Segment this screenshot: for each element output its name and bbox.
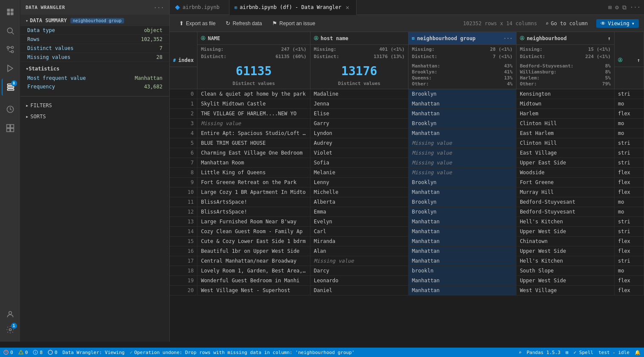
svg-rect-11 [7, 86, 14, 88]
tab-bar-settings-icon[interactable]: ⚙ [615, 4, 618, 11]
tab-bar-grid-icon[interactable]: ⊞ [608, 4, 612, 11]
tab-bar-layout-icon[interactable]: ⧉ [622, 4, 627, 11]
activity-settings[interactable]: 1 [2, 321, 19, 338]
sorts-collapse[interactable]: ▸ SORTS [26, 112, 164, 121]
col-options-ng[interactable]: ··· [503, 35, 513, 41]
bell-icon[interactable]: 🔔 [635, 350, 641, 355]
table-row[interactable]: 5BLUE TRIM GUEST HOUSEAudreyMissing valu… [170, 138, 644, 148]
status-info[interactable]: 8 [33, 350, 43, 355]
report-button[interactable]: ⚑ Report an issue [268, 18, 319, 28]
col-type-host-icon: Ⓐ [314, 35, 318, 41]
activity-data-wrangler[interactable]: 8 [2, 79, 19, 96]
host-distinct-key: Distinct: [314, 53, 339, 61]
table-icon-status[interactable]: ⊞ [566, 350, 569, 355]
tab-airbnb-ipynb[interactable]: 🔷 airbnb.ipynb [170, 0, 229, 15]
data-type-val: object [144, 27, 162, 33]
cell-extra: stri [614, 158, 644, 168]
export-button[interactable]: ⬆ Export as file [175, 18, 220, 28]
table-row[interactable]: 15Cute & Cozy Lower East Side 1 bdrmMira… [170, 237, 644, 246]
table-row[interactable]: 6Charming East Village One BedroomViolet… [170, 148, 644, 158]
table-row[interactable]: 1Skylit Midtown CastleJennaManhattanMidt… [170, 99, 644, 109]
ng-missing-val: 28 (<1%) [490, 46, 513, 53]
table-row[interactable]: 9Fort Greene Retreat on the ParkLennyBro… [170, 178, 644, 187]
activity-badge: 8 [11, 80, 17, 86]
svg-marker-23 [19, 350, 23, 354]
activity-source-control[interactable] [2, 41, 19, 58]
cell-nb: Clinton Hill [516, 119, 614, 129]
table-row[interactable]: 3Missing valueGarryBrooklynClinton Hillm… [170, 119, 644, 129]
data-type-row: Data type object [20, 26, 169, 35]
table-row[interactable]: 17Central Manhattan/near BroadwayMissing… [170, 256, 644, 266]
status-no-tests[interactable]: 0 [48, 350, 58, 355]
status-warnings[interactable]: 0 [18, 350, 28, 355]
filters-arrow: ▸ [26, 102, 29, 108]
activity-run[interactable] [2, 60, 19, 77]
activity-extensions[interactable] [2, 120, 19, 137]
viewing-button[interactable]: 👁 Viewing ▾ [596, 19, 639, 28]
table-row[interactable]: 11BlissArtsSpace!AlbertaBrooklynBedford-… [170, 197, 644, 207]
cell-nb: Chinatown [516, 237, 614, 246]
side-panel-more[interactable]: ··· [154, 4, 164, 11]
col-header-extra[interactable]: Ⓐ ↑ [614, 32, 644, 89]
cell-nb: Upper East Side [516, 158, 614, 168]
cell-extra: flex [614, 276, 644, 286]
tab-airbnb-df[interactable]: ⊞ airbnb.ipynb (df) - Data Wrangler ✕ [229, 0, 357, 15]
cell-nb: Bedford-Stuyvesant [516, 197, 614, 207]
table-row[interactable]: 14Cozy Clean Guest Room - Family ApCarlM… [170, 227, 644, 237]
activity-history[interactable] [2, 101, 19, 118]
summary-rows: Data type object Rows 102,352 Distinct v… [20, 26, 169, 62]
spell-status[interactable]: ✓ Spell [574, 350, 593, 355]
table-row[interactable]: 10Large Cozy 1 BR Apartment In MidtoMich… [170, 187, 644, 197]
table-row[interactable]: 7Manhattan RoomSofiaMissing valueUpper E… [170, 158, 644, 168]
tab-close-btn[interactable]: ✕ [344, 3, 351, 12]
activity-explorer[interactable] [2, 3, 19, 20]
host-missing-key: Missing: [314, 46, 337, 53]
settings-badge: 1 [11, 323, 17, 329]
data-table-container[interactable]: # index Ⓐ NAME Missing: 24 [170, 32, 644, 357]
goto-col-button[interactable]: ⌕ Go to column [542, 19, 591, 28]
nb-distinct-key: Distinct: [520, 53, 545, 61]
col-header-ng[interactable]: ⊞ neighbourhood group ··· Missing: 28 (<… [408, 32, 516, 89]
missing-key: Missing values [27, 54, 70, 60]
cell-name: Clean & quiet apt home by the park [197, 89, 310, 99]
distinct-val: 7 [160, 45, 162, 51]
activity-account[interactable] [2, 306, 19, 323]
col-type-ng-icon: ⊞ [412, 36, 415, 41]
table-row[interactable]: 12BlissArtsSpace!EmmaBrooklynBedford-Stu… [170, 207, 644, 217]
eye-icon: 👁 [600, 20, 606, 26]
table-row[interactable]: 19Wonderful Guest Bedroom in ManhiLeonar… [170, 276, 644, 286]
table-row[interactable]: 8Little King of QueensMelanieMissing val… [170, 168, 644, 178]
cell-name: Large Furnished Room Near B'way [197, 217, 310, 227]
table-row[interactable]: 4Entire Apt: Spacious Studio/Loft by cLy… [170, 129, 644, 138]
status-errors[interactable]: 0 [3, 350, 13, 355]
table-row[interactable]: 20West Village Nest - SuperhostDanielMan… [170, 286, 644, 296]
cell-name: Little King of Queens [197, 168, 310, 178]
data-summary-section[interactable]: ▾ DATA SUMMARY neighbourhood group [20, 15, 169, 26]
cell-ng: Missing value [408, 158, 516, 168]
table-row[interactable]: 2THE VILLAGE OF HARLEM....NEW YOEliseMan… [170, 109, 644, 119]
col-header-nb[interactable]: Ⓐ neighbourhood ↑ Missing: 15 (<1%) Dist… [516, 32, 614, 89]
filters-collapse[interactable]: ▸ FILTERS [26, 101, 164, 110]
spell-label: Spell [579, 350, 593, 355]
cell-host: Garry [310, 119, 408, 129]
row-count: 102352 rows x 14 columns [463, 20, 537, 26]
table-row[interactable]: 0Clean & quiet apt home by the parkMadal… [170, 89, 644, 99]
cell-extra: stri [614, 256, 644, 266]
col-header-name[interactable]: Ⓐ NAME Missing: 247 (<1%) Distinct: 6113… [197, 32, 310, 89]
table-row[interactable]: 18Lovely Room 1, Garden, Best Area, LDar… [170, 266, 644, 276]
refresh-button[interactable]: ↻ Refresh data [221, 18, 266, 28]
tab-bar-more-icon[interactable]: ··· [630, 4, 641, 11]
table-row[interactable]: 16Beautiful 1br on Upper West SideAlanMa… [170, 246, 644, 256]
activity-search[interactable] [2, 22, 19, 39]
search-status-icon[interactable]: ⌕ [519, 350, 522, 355]
cell-host: Michelle [310, 187, 408, 197]
col-header-index[interactable]: # index [170, 32, 197, 89]
col-header-host[interactable]: Ⓐ host name Missing: 401 (<1%) Distinct:… [310, 32, 408, 89]
cell-extra: stri [614, 89, 644, 99]
table-row[interactable]: 13Large Furnished Room Near B'wayEvelynM… [170, 217, 644, 227]
cell-index: 10 [170, 187, 197, 197]
nb-dist-other-pct: 79% [602, 81, 611, 87]
viewing-label: Viewing [608, 20, 629, 26]
cell-index: 1 [170, 99, 197, 109]
statistics-header[interactable]: ▾ Statistics [20, 64, 169, 74]
